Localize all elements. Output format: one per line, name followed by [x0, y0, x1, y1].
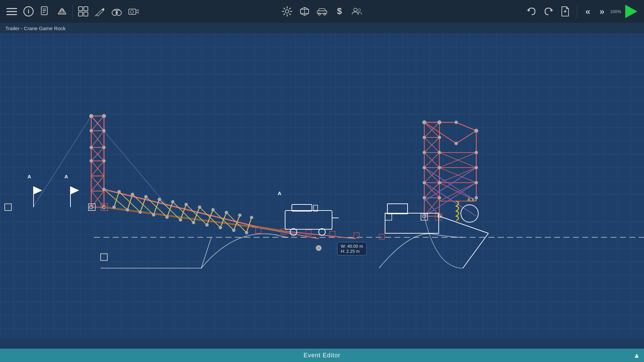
- svg-line-97: [104, 189, 127, 210]
- menu-button[interactable]: [4, 4, 19, 19]
- play-button[interactable]: [623, 3, 640, 20]
- svg-line-195: [424, 168, 476, 201]
- svg-line-64: [91, 191, 104, 207]
- svg-line-196: [424, 168, 476, 201]
- svg-point-212: [423, 181, 426, 184]
- svg-point-120: [144, 195, 148, 198]
- svg-point-209: [423, 166, 426, 169]
- toolbar-right-group: « » 100%: [524, 3, 640, 20]
- settings-button[interactable]: [279, 4, 295, 19]
- bridge-drawing: [0, 34, 644, 339]
- svg-rect-7: [43, 10, 46, 11]
- new-document-button[interactable]: [557, 4, 573, 19]
- undo-button[interactable]: [524, 4, 539, 19]
- svg-line-113: [213, 210, 234, 230]
- svg-line-94: [220, 213, 226, 228]
- svg-line-176: [424, 183, 439, 198]
- svg-line-56: [91, 131, 104, 147]
- grid-button[interactable]: [75, 4, 91, 19]
- svg-point-205: [438, 136, 441, 139]
- camera-button[interactable]: [126, 4, 141, 19]
- prev-button[interactable]: «: [581, 4, 595, 19]
- svg-line-142: [285, 231, 356, 239]
- info-button[interactable]: i: [21, 4, 36, 19]
- document-button[interactable]: [38, 4, 53, 19]
- svg-line-169: [424, 122, 439, 137]
- svg-point-73: [90, 205, 93, 209]
- svg-line-98: [114, 192, 119, 207]
- binoculars-button[interactable]: [109, 4, 124, 19]
- svg-point-127: [238, 214, 241, 217]
- next-button[interactable]: »: [595, 4, 609, 19]
- svg-line-53: [91, 116, 104, 131]
- team-button[interactable]: [349, 4, 365, 19]
- svg-point-219: [438, 215, 441, 218]
- svg-line-95: [234, 215, 240, 230]
- zoom-label: 100%: [610, 9, 621, 14]
- svg-line-104: [154, 199, 159, 215]
- svg-marker-80: [70, 186, 79, 194]
- svg-line-141: [252, 226, 319, 239]
- vehicle-button[interactable]: [314, 4, 330, 19]
- svg-point-207: [438, 151, 441, 154]
- svg-line-112: [207, 210, 213, 225]
- svg-line-86: [114, 192, 119, 207]
- svg-rect-148: [379, 234, 384, 239]
- svg-line-181: [456, 131, 476, 143]
- svg-point-203: [454, 142, 458, 145]
- cube-button[interactable]: [297, 4, 312, 19]
- svg-point-201: [454, 121, 458, 124]
- svg-rect-144: [281, 229, 286, 234]
- bridge-button[interactable]: [54, 4, 70, 19]
- svg-point-215: [423, 196, 426, 199]
- svg-line-180: [424, 122, 456, 143]
- svg-line-189: [439, 153, 476, 168]
- svg-line-84: [104, 189, 255, 226]
- annotation-a1: A: [28, 174, 31, 179]
- svg-point-134: [179, 218, 182, 222]
- svg-point-130: [126, 208, 129, 212]
- svg-point-213: [438, 181, 441, 184]
- svg-line-177: [424, 183, 439, 198]
- budget-button[interactable]: $: [332, 4, 347, 19]
- svg-point-129: [112, 205, 116, 209]
- svg-point-210: [438, 166, 441, 169]
- svg-marker-78: [34, 186, 42, 194]
- svg-line-75: [34, 116, 91, 206]
- svg-line-116: [234, 215, 240, 230]
- pencil-button[interactable]: [92, 4, 108, 19]
- svg-point-200: [437, 120, 441, 124]
- svg-line-182: [456, 122, 476, 131]
- svg-rect-224: [387, 204, 408, 214]
- svg-point-121: [158, 198, 161, 201]
- measurement-width: W: 40.00 m: [341, 244, 363, 249]
- svg-line-59: [91, 161, 104, 176]
- svg-line-193: [439, 183, 476, 201]
- svg-line-20: [95, 15, 97, 16]
- measurement-box: W: 40.00 m H: 2.25 m: [337, 242, 367, 255]
- subtitle-text: Trailer - Crane Game Rock: [5, 25, 66, 31]
- svg-line-58: [91, 147, 104, 161]
- toolbar-left-group: i: [4, 4, 70, 19]
- svg-line-96: [247, 218, 252, 233]
- svg-text:$: $: [337, 6, 342, 16]
- svg-line-90: [167, 202, 173, 217]
- svg-line-106: [167, 202, 173, 217]
- svg-point-133: [165, 216, 169, 219]
- svg-line-61: [91, 176, 104, 191]
- redo-button[interactable]: [541, 4, 556, 19]
- svg-line-99: [119, 192, 140, 212]
- svg-point-70: [102, 146, 106, 149]
- bottom-expand-button[interactable]: ▲: [633, 352, 640, 359]
- svg-point-150: [317, 246, 320, 250]
- svg-marker-25: [136, 10, 138, 13]
- svg-rect-82: [89, 204, 95, 210]
- svg-rect-143: [256, 228, 261, 233]
- svg-point-208: [475, 151, 478, 154]
- svg-line-102: [140, 197, 146, 212]
- svg-rect-152: [292, 204, 312, 211]
- svg-line-172: [424, 153, 439, 168]
- svg-point-149: [316, 245, 321, 251]
- svg-point-122: [171, 200, 174, 203]
- main-canvas[interactable]: A A A A.1 W: 40.00 m H: 2.25 m: [0, 34, 644, 339]
